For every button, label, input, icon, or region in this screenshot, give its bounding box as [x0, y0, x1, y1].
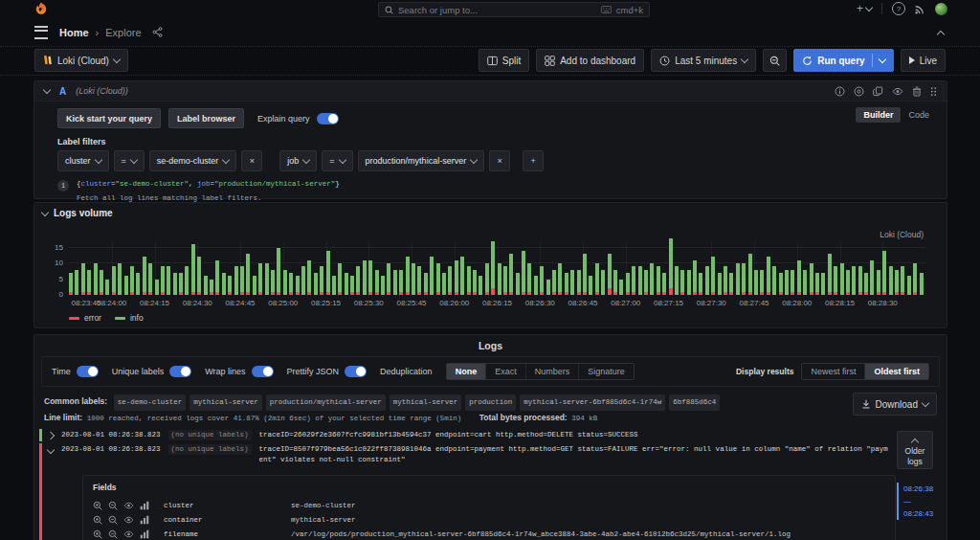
explain-query-toggle[interactable]	[317, 113, 339, 124]
dedup-option-exact[interactable]: Exact	[486, 364, 526, 379]
ad-hoc-stats-icon[interactable]	[140, 515, 149, 525]
common-label-tag: 6bf885d6c4	[669, 394, 720, 411]
fields-title: Fields	[93, 483, 885, 492]
filter-for-value-icon[interactable]	[93, 515, 102, 525]
x-axis-tick: 08:27:30	[697, 299, 726, 307]
user-avatar[interactable]	[935, 3, 947, 15]
x-axis-tick: 08:27:45	[739, 299, 768, 307]
filter-label-select[interactable]: cluster	[57, 150, 109, 171]
settings-icon[interactable]	[854, 86, 864, 97]
loki-logo-icon	[43, 55, 53, 66]
toggle-field-visibility-icon[interactable]	[123, 501, 134, 510]
legend-item-info[interactable]: info	[115, 313, 144, 323]
logs-volume-title: Logs volume	[54, 208, 113, 218]
filter-for-value-icon[interactable]	[93, 501, 102, 510]
hide-query-eye-icon[interactable]	[892, 86, 903, 97]
query-token: cluster	[81, 180, 112, 188]
ad-hoc-stats-icon[interactable]	[140, 501, 149, 510]
nav-to-time: 08:28:43	[903, 507, 935, 520]
toggle-switch[interactable]	[77, 366, 99, 377]
ad-hoc-stats-icon[interactable]	[140, 529, 149, 539]
chevron-down-icon	[470, 156, 478, 164]
zoom-out-time-button[interactable]	[763, 49, 787, 72]
display-results-label: Display results	[736, 367, 793, 376]
download-button[interactable]: Download	[853, 393, 937, 416]
query-token: ,	[189, 180, 197, 188]
collapse-volume-icon	[41, 208, 49, 215]
toggle-switch[interactable]	[345, 366, 367, 377]
query-preview-row: 1 {cluster="se-demo-cluster", job="produ…	[57, 180, 937, 191]
time-range-label: Last 5 minutes	[675, 56, 737, 66]
filter-label-select[interactable]: job	[279, 150, 317, 171]
x-axis-tick: 08:25:30	[354, 299, 384, 307]
older-logs-button[interactable]: Older logs	[897, 431, 933, 469]
time-range-picker[interactable]: Last 5 minutes	[651, 49, 756, 72]
split-button[interactable]: Split	[479, 49, 529, 72]
new-menu-button[interactable]: +	[857, 2, 872, 15]
label-filters-row: cluster=se-demo-cluster×job=production/m…	[57, 150, 937, 171]
code-mode-tab[interactable]: Code	[901, 107, 937, 123]
drag-handle-icon[interactable]	[930, 86, 937, 97]
builder-mode-tab[interactable]: Builder	[856, 107, 901, 123]
remove-query-trash-icon[interactable]	[912, 86, 922, 97]
add-filter-button[interactable]: +	[523, 150, 544, 171]
dedup-option-signature[interactable]: Signature	[579, 364, 634, 379]
collapse-section-button[interactable]	[938, 27, 944, 38]
filter-operator-select[interactable]: =	[114, 150, 145, 171]
dedup-option-numbers[interactable]: Numbers	[526, 364, 580, 379]
filter-value-select[interactable]: production/mythical-server	[358, 150, 485, 171]
toggle-field-visibility-icon[interactable]	[123, 515, 134, 525]
datasource-picker[interactable]: Loki (Cloud)	[34, 49, 128, 72]
toggle-prettify-json: Prettify JSON	[287, 366, 368, 377]
filter-operator-select[interactable]: =	[322, 150, 352, 171]
split-label: Split	[502, 56, 521, 66]
divider	[881, 3, 882, 14]
global-search-input[interactable]: Search or jump to... cmd+k	[378, 2, 650, 17]
run-query-button[interactable]: Run query	[793, 49, 893, 72]
label-browser-button[interactable]: Label browser	[168, 108, 244, 128]
toggle-label: Prettify JSON	[287, 367, 340, 376]
logs-volume-panel: Logs volume Loki (Cloud) 05101508:23:450…	[33, 202, 947, 328]
pill-text: production/mythical-server	[366, 156, 467, 166]
breadcrumb-home[interactable]: Home	[59, 27, 89, 38]
chevron-down-icon	[302, 156, 310, 164]
news-rss-icon[interactable]	[915, 4, 925, 14]
logs-volume-header[interactable]: Logs volume	[42, 208, 113, 218]
query-token: "se-demo-cluster"	[116, 180, 189, 188]
dedup-option-none[interactable]: None	[447, 364, 487, 379]
share-icon[interactable]	[152, 27, 163, 37]
toggle-switch[interactable]	[252, 366, 274, 377]
filter-for-value-icon[interactable]	[93, 529, 102, 539]
legend-item-error[interactable]: error	[69, 313, 101, 323]
add-to-dashboard-button[interactable]: Add to dashboard	[536, 49, 644, 72]
filter-out-value-icon[interactable]	[108, 501, 118, 510]
remove-filter-button[interactable]: ×	[241, 150, 262, 171]
toggle-wrap-lines: Wrap lines	[205, 366, 273, 377]
menu-hamburger-icon[interactable]	[34, 26, 48, 39]
filter-out-value-icon[interactable]	[108, 529, 118, 539]
grafana-logo-icon[interactable]	[34, 2, 48, 16]
top-navigation-bar: Search or jump to... cmd+k + ?	[0, 0, 980, 18]
clock-icon	[659, 56, 670, 66]
help-icon[interactable]: ?	[892, 2, 905, 15]
field-value: /var/log/pods/production_mythical-server…	[291, 530, 791, 538]
duplicate-icon[interactable]	[873, 86, 883, 97]
log-row[interactable]: 2023-08-01 08:26:38.823(no unique labels…	[39, 429, 891, 441]
logs-volume-chart[interactable]: 05101508:23:4508:24:0008:24:1508:24:3008…	[69, 241, 925, 295]
info-icon[interactable]	[835, 86, 845, 97]
query-datasource-hint: (Loki (Cloud))	[76, 86, 128, 96]
remove-filter-button[interactable]: ×	[489, 150, 510, 171]
collapse-query-icon[interactable]	[43, 86, 51, 94]
filter-value-select[interactable]: se-demo-cluster	[149, 150, 237, 171]
download-label: Download	[876, 399, 918, 410]
live-button[interactable]: Live	[901, 49, 946, 72]
toggle-field-visibility-icon[interactable]	[123, 529, 134, 539]
log-row[interactable]: 2023-08-01 08:26:38.823(no unique labels…	[39, 443, 891, 540]
order-option-oldest-first[interactable]: Oldest first	[865, 364, 928, 379]
toggle-switch[interactable]	[169, 366, 191, 377]
field-name: filename	[164, 530, 286, 538]
filter-out-value-icon[interactable]	[108, 515, 118, 525]
loaded-time-range-indicator[interactable]: 08:26:38 — 08:28:43	[897, 483, 935, 520]
kick-start-query-button[interactable]: Kick start your query	[57, 108, 161, 128]
order-option-newest-first[interactable]: Newest first	[802, 364, 865, 379]
